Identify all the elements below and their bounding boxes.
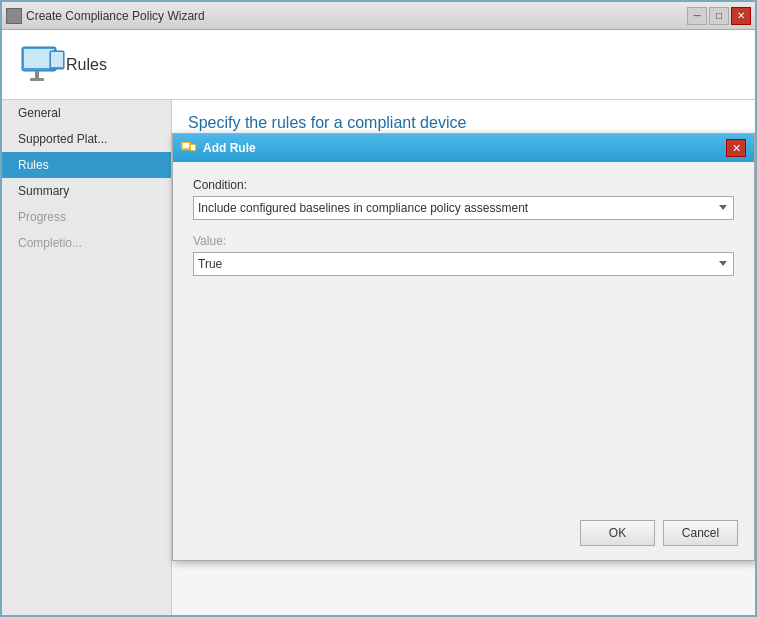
ok-button[interactable]: OK <box>580 520 655 546</box>
title-controls: ─ □ ✕ <box>687 7 751 25</box>
sidebar: General Supported Plat... Rules Summary … <box>2 100 172 615</box>
value-label: Value: <box>193 234 734 248</box>
sidebar-item-summary[interactable]: Summary <box>2 178 171 204</box>
sidebar-item-completion[interactable]: Completio... <box>2 230 171 256</box>
header-title: Rules <box>66 56 107 74</box>
cancel-button[interactable]: Cancel <box>663 520 738 546</box>
title-bar: Create Compliance Policy Wizard ─ □ ✕ <box>2 2 755 30</box>
dialog-close-button[interactable]: ✕ <box>726 139 746 157</box>
dialog-footer: OK Cancel <box>173 510 754 560</box>
dialog-overlay: Add Rule ✕ Condition: Include configured… <box>172 143 755 615</box>
condition-label: Condition: <box>193 178 734 192</box>
header-section: Rules <box>2 30 755 100</box>
close-button[interactable]: ✕ <box>731 7 751 25</box>
svg-rect-3 <box>30 78 44 81</box>
title-bar-left: Create Compliance Policy Wizard <box>6 8 205 24</box>
minimize-button[interactable]: ─ <box>687 7 707 25</box>
computer-icon <box>18 41 66 89</box>
dialog-title-text: Add Rule <box>203 141 256 155</box>
dialog-title-bar-left: Add Rule <box>181 141 256 155</box>
window-icon <box>6 8 22 24</box>
svg-rect-2 <box>35 71 39 78</box>
dialog-content: Condition: Include configured baselines … <box>173 162 754 510</box>
window-title: Create Compliance Policy Wizard <box>26 9 205 23</box>
sidebar-item-rules[interactable]: Rules <box>2 152 171 178</box>
main-panel: Specify the rules for a compliant device <box>172 100 755 615</box>
main-window: Create Compliance Policy Wizard ─ □ ✕ Ru… <box>0 0 757 617</box>
value-select[interactable]: True False <box>193 252 734 276</box>
dialog-icon <box>181 141 197 155</box>
dialog-spacer <box>193 290 734 490</box>
sidebar-item-general[interactable]: General <box>2 100 171 126</box>
content-area: General Supported Plat... Rules Summary … <box>2 100 755 615</box>
restore-button[interactable]: □ <box>709 7 729 25</box>
svg-rect-5 <box>51 52 63 67</box>
svg-rect-9 <box>191 145 195 150</box>
svg-rect-7 <box>183 143 189 148</box>
sidebar-item-supported-platforms[interactable]: Supported Plat... <box>2 126 171 152</box>
main-content: Add Rule ✕ Condition: Include configured… <box>172 143 755 615</box>
dialog-title-bar: Add Rule ✕ <box>173 134 754 162</box>
condition-select[interactable]: Include configured baselines in complian… <box>193 196 734 220</box>
condition-group: Condition: Include configured baselines … <box>193 178 734 220</box>
sidebar-item-progress[interactable]: Progress <box>2 204 171 230</box>
add-rule-dialog: Add Rule ✕ Condition: Include configured… <box>172 133 755 561</box>
value-group: Value: True False <box>193 234 734 276</box>
